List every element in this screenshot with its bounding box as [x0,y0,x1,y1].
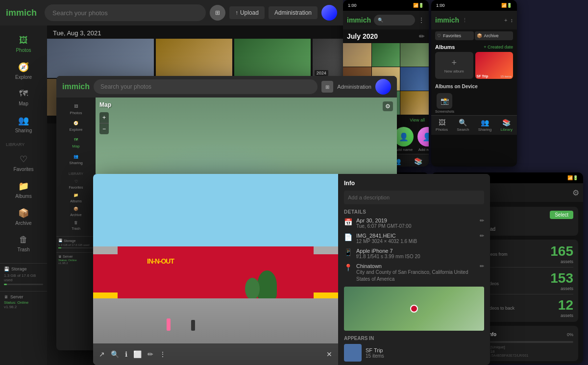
trash-icon: 🗑 [19,235,28,245]
phone-2-content: ♡ Favorites 📦 Archive Albums + Created d… [431,29,517,115]
map-grid-icon[interactable]: ⊞ [321,81,333,93]
sidebar-item-trash[interactable]: 🗑 Trash [0,231,47,256]
phone-2-nav-search[interactable]: 🔍 Search [454,118,472,133]
zoom-out-btn[interactable]: − [99,123,109,134]
screenshots-category[interactable]: 📸 Screenshots [435,93,454,113]
phone-2-logo: immich [435,16,459,24]
w2-photos[interactable]: 🖼 Photos [56,101,96,118]
archive-btn[interactable]: 📦 Archive [475,31,514,40]
info-icon[interactable]: ℹ [125,350,127,358]
add-description-field[interactable]: Add a description [344,191,484,204]
share-icon[interactable]: ↗ [99,350,105,358]
phone-1-search[interactable]: 🔍 [374,15,415,25]
nav-photos-icon: 🖼 [439,119,445,126]
w2-explore[interactable]: 🧭 Explore [56,118,96,135]
sf-trip-album[interactable]: SF Trip 15 items [475,52,514,79]
w2-sharing[interactable]: 👥 Sharing [56,151,96,168]
photo-cell[interactable] [234,39,311,78]
location-map-thumb[interactable] [344,287,484,331]
map-search-input[interactable] [94,79,318,94]
phone-nav-library[interactable]: 📚 Library [409,156,427,167]
edit-location-icon[interactable]: ✏ [480,263,484,269]
album-title: July 2020 [347,32,378,40]
photo-cell[interactable] [400,67,429,91]
file-icon: 📄 [344,233,352,241]
albums-on-device-label: Albums on Device [431,82,517,91]
phone-2-menu-icon[interactable]: ⋮ [462,17,467,24]
phone-2-nav-library[interactable]: 📚 Library [497,118,515,133]
new-album-icon: + [451,58,457,68]
phone-2-nav-sharing[interactable]: 👥 Sharing [475,118,495,133]
phone-2-nav-photos[interactable]: 🖼 Photos [433,118,451,133]
archive-icon: 📦 [18,208,29,219]
w2-favorites[interactable]: ♡ Favorites [56,177,96,191]
photo-cell[interactable]: 2024 [313,39,343,78]
server-label: Server [10,294,24,299]
photo-cell[interactable] [156,39,232,78]
edit-file-icon[interactable]: ✏ [480,233,484,239]
sidebar-item-sharing[interactable]: 👥 Sharing [0,111,47,137]
person-3[interactable]: 👤 Add name [394,127,414,152]
w2-trash[interactable]: 🗑 Trash [56,219,96,232]
screenshots-icon: 📸 [437,93,452,109]
map-settings-icon[interactable]: ⚙ [383,101,393,111]
edit-icon[interactable]: ✏ [147,350,153,358]
close-icon[interactable]: ✕ [326,350,332,358]
favorites-btn[interactable]: ♡ Favorites [435,31,474,40]
photo-cell[interactable] [372,43,400,67]
more-icon[interactable]: ⋮ [159,350,166,358]
phone-1-logo: immich [347,16,371,24]
admin-button[interactable]: Administration [269,6,318,19]
w2-archive[interactable]: 📦 Archive [56,205,96,219]
sidebar-item-photos[interactable]: 🖼 Photos [0,31,47,57]
w2-explore-icon: 🧭 [74,121,78,125]
zoom-in-btn[interactable]: + [99,112,109,123]
total-number: 165 [550,243,573,259]
w2-server: 🖥Server [58,255,94,258]
download-icon[interactable]: ⬜ [133,350,142,358]
device-detail: 📱 Apple iPhone 7 f/1.8 1/541 s 3.99 mm I… [344,248,484,259]
map-window-logo: immich [62,82,90,91]
photo-cell[interactable] [400,91,429,115]
user-avatar[interactable] [321,5,337,21]
w2-trash-icon: 🗑 [74,220,78,225]
zoom-icon[interactable]: 🔍 [111,350,119,358]
map-admin-label: Administration [337,84,371,90]
phone-2-sort-icon[interactable]: ↕ [511,17,514,23]
photo-cell[interactable] [400,43,429,67]
settings-icon-phone4[interactable]: ⚙ [572,188,579,197]
grid-view-icon[interactable]: ⊞ [210,5,225,21]
new-album[interactable]: + New album [435,52,473,79]
map-window-avatar[interactable] [375,79,391,95]
device-icon: 📱 [344,248,352,256]
appears-in-album[interactable]: SF Trip 15 items [344,344,484,362]
sidebar-item-explore[interactable]: 🧭 Explore [0,58,47,84]
map-zoom-controls[interactable]: + − [99,112,109,134]
phone-2-nav: 🖼 Photos 🔍 Search 👥 Sharing 📚 Library [431,115,517,135]
person-4[interactable]: 👤 Add name [417,127,429,152]
search-input[interactable] [45,4,206,21]
phone-2-add-icon[interactable]: + [504,17,507,23]
w2-map[interactable]: 🗺 Map [56,135,96,151]
sidebar-item-map[interactable]: 🗺 Map [0,85,47,110]
sidebar-item-favorites[interactable]: ♡ Favorites [0,150,47,176]
nav-search-icon: 🔍 [459,119,467,126]
appears-in-label: APPEARS IN [344,336,484,341]
sidebar-item-albums[interactable]: 📁 Albums [0,177,47,203]
album-edit-icon[interactable]: ✏ [419,32,425,40]
w2-albums[interactable]: 📁 Albums [56,191,96,205]
upload-button[interactable]: ↑ Upload [229,6,265,19]
photo-cell[interactable] [47,39,154,78]
photo-display[interactable]: IN-N-OUT ↗ 🔍 ℹ ⬜ ✏ ⋮ ✕ [93,174,338,365]
phone-1-status: 1:00 📶🔋 [343,0,429,11]
w2-map-icon: 🗺 [74,138,78,142]
photo-cell[interactable] [343,43,371,67]
storage-used-text: 1.3 GB of 17.6 GB used [4,273,43,282]
edit-date-icon[interactable]: ✏ [480,218,484,224]
albums-icon: 📁 [18,181,29,192]
select-button[interactable]: Select [550,211,573,219]
categories-row: 📸 Screenshots [431,91,517,115]
sidebar-item-archive[interactable]: 📦 Archive [0,204,47,230]
phone-1-menu-icon[interactable]: ⋮ [418,16,425,24]
sidebar-label-archive: Archive [15,220,31,226]
